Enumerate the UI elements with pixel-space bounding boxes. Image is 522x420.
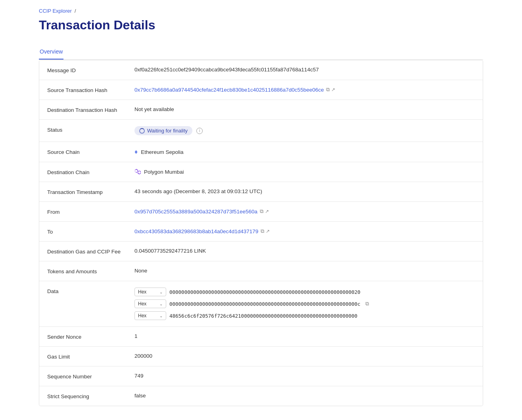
value-timestamp: 43 seconds ago (December 8, 2023 at 09:0… <box>134 188 475 194</box>
ext-to-icon[interactable]: ↗ <box>266 228 270 234</box>
value-message-id: 0xf0a226fce251cc0ef29409ccabca9bce943fde… <box>134 67 475 73</box>
label-strict-sequencing: Strict Sequencing <box>47 393 134 399</box>
row-tokens: Tokens and Amounts None <box>39 261 483 281</box>
data-line-1: Hex ⌄ 0000000000000000000000000000000000… <box>134 299 475 308</box>
value-sender-nonce: 1 <box>134 333 475 339</box>
row-message-id: Message ID 0xf0a226fce251cc0ef29409ccabc… <box>39 60 483 80</box>
value-source-chain: ♦ Ethereum Sepolia <box>134 148 475 155</box>
tab-overview[interactable]: Overview <box>39 44 63 59</box>
breadcrumb-parent[interactable]: CCIP Explorer <box>39 8 72 14</box>
value-tokens: None <box>134 268 475 274</box>
status-label: Waiting for finality <box>147 128 188 134</box>
copy-from-icon[interactable]: ⧉ <box>260 208 263 215</box>
hex-chevron-0: ⌄ <box>159 290 163 294</box>
label-dest-tx-hash: Destination Transaction Hash <box>47 106 134 113</box>
status-spinner-icon <box>139 128 145 134</box>
row-data: Data Hex ⌄ 00000000000000000000000000000… <box>39 281 483 327</box>
page-wrapper: CCIP Explorer / Transaction Details Over… <box>23 0 499 420</box>
value-data: Hex ⌄ 0000000000000000000000000000000000… <box>134 288 475 320</box>
value-dest-tx-hash: Not yet available <box>134 106 475 112</box>
row-dest-tx-hash: Destination Transaction Hash Not yet ava… <box>39 100 483 120</box>
ext-source-tx-icon[interactable]: ↗ <box>331 87 335 92</box>
row-from: From 0x957d705c2555a3889a500a324287d73f5… <box>39 202 483 222</box>
label-timestamp: Transaction Timestamp <box>47 188 134 195</box>
polygon-icon <box>134 169 141 175</box>
label-sequence-number: Sequence Number <box>47 373 134 380</box>
label-tokens: Tokens and Amounts <box>47 268 134 274</box>
ext-from-icon[interactable]: ↗ <box>265 209 269 214</box>
row-gas-fee: Destination Gas and CCIP Fee 0.045007735… <box>39 242 483 261</box>
breadcrumb: CCIP Explorer / <box>39 8 483 14</box>
row-status: Status Waiting for finality i <box>39 120 483 142</box>
hex-format-1: Hex <box>138 301 158 307</box>
ethereum-icon: ♦ <box>134 148 138 155</box>
data-line-2: Hex ⌄ 48656c6c6f20576f726c64210000000000… <box>134 311 475 320</box>
hex-format-2: Hex <box>138 313 158 318</box>
data-line-0: Hex ⌄ 0000000000000000000000000000000000… <box>134 288 475 296</box>
value-gas-limit: 200000 <box>134 353 475 359</box>
value-status: Waiting for finality i <box>134 126 475 135</box>
status-info-icon[interactable]: i <box>196 128 203 134</box>
copy-to-icon[interactable]: ⧉ <box>261 228 264 234</box>
hex-chevron-1: ⌄ <box>159 302 163 306</box>
label-message-id: Message ID <box>47 67 134 73</box>
label-to: To <box>47 228 134 235</box>
source-chain-name: Ethereum Sepolia <box>141 149 183 155</box>
source-tx-hash-link[interactable]: 0x79cc7b6686a0a9744540cfefac24f1ecb830be… <box>134 87 324 93</box>
hex-select-0[interactable]: Hex ⌄ <box>134 288 166 296</box>
row-sender-nonce: Sender Nonce 1 <box>39 327 483 347</box>
row-source-chain: Source Chain ♦ Ethereum Sepolia <box>39 142 483 162</box>
row-dest-chain: Destination Chain Polygon Mumbai <box>39 162 483 182</box>
value-strict-sequencing: false <box>134 393 475 399</box>
label-gas-limit: Gas Limit <box>47 353 134 360</box>
hex-select-2[interactable]: Hex ⌄ <box>134 311 166 320</box>
row-to: To 0xbcc430583da368298683b8ab14a0ec4d1d4… <box>39 222 483 242</box>
row-sequence-number: Sequence Number 749 <box>39 366 483 386</box>
hex-chevron-2: ⌄ <box>159 314 163 318</box>
value-to: 0xbcc430583da368298683b8ab14a0ec4d1d4371… <box>134 228 475 234</box>
row-strict-sequencing: Strict Sequencing false <box>39 386 483 406</box>
details-table: Message ID 0xf0a226fce251cc0ef29409ccabc… <box>39 60 483 406</box>
breadcrumb-separator: / <box>75 8 76 14</box>
to-address-link[interactable]: 0xbcc430583da368298683b8ab14a0ec4d1d4371… <box>134 228 258 234</box>
row-timestamp: Transaction Timestamp 43 seconds ago (De… <box>39 182 483 202</box>
status-badge: Waiting for finality <box>134 126 192 135</box>
hex-select-1[interactable]: Hex ⌄ <box>134 299 166 308</box>
row-gas-limit: Gas Limit 200000 <box>39 347 483 366</box>
hex-value-1: 0000000000000000000000000000000000000000… <box>169 301 361 307</box>
tabs-container: Overview <box>39 44 483 60</box>
hex-value-2: 48656c6c6f20576f726c64210000000000000000… <box>169 313 357 319</box>
value-dest-chain: Polygon Mumbai <box>134 169 475 175</box>
page-title: Transaction Details <box>39 18 483 33</box>
label-data: Data <box>47 288 134 294</box>
row-source-tx-hash: Source Transaction Hash 0x79cc7b6686a0a9… <box>39 80 483 100</box>
value-gas-fee: 0.045007735292477216 LINK <box>134 248 475 254</box>
value-from: 0x957d705c2555a3889a500a324287d73f51ee56… <box>134 208 475 215</box>
label-dest-chain: Destination Chain <box>47 169 134 175</box>
hex-value-0: 0000000000000000000000000000000000000000… <box>169 289 361 295</box>
value-source-tx-hash: 0x79cc7b6686a0a9744540cfefac24f1ecb830be… <box>134 86 475 93</box>
label-source-chain: Source Chain <box>47 148 134 155</box>
dest-chain-name: Polygon Mumbai <box>144 169 184 175</box>
data-multi-container: Hex ⌄ 0000000000000000000000000000000000… <box>134 288 475 320</box>
from-address-link[interactable]: 0x957d705c2555a3889a500a324287d73f51ee56… <box>134 209 257 215</box>
hex-format-0: Hex <box>138 289 158 295</box>
value-sequence-number: 749 <box>134 373 475 379</box>
label-from: From <box>47 208 134 215</box>
label-source-tx-hash: Source Transaction Hash <box>47 86 134 93</box>
label-gas-fee: Destination Gas and CCIP Fee <box>47 248 134 255</box>
copy-source-tx-icon[interactable]: ⧉ <box>326 86 330 93</box>
label-status: Status <box>47 126 134 133</box>
copy-data-icon[interactable]: ⧉ <box>365 301 369 307</box>
label-sender-nonce: Sender Nonce <box>47 333 134 340</box>
